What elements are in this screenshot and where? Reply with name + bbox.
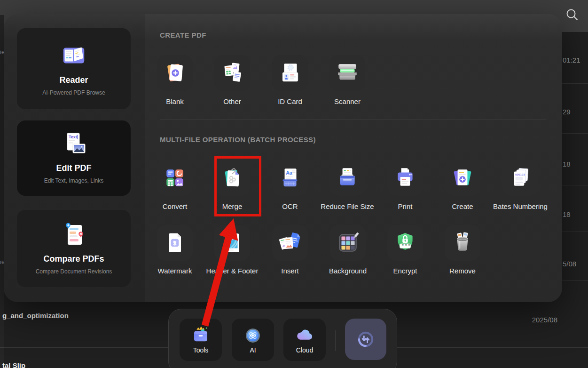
tool-label: Remove — [449, 267, 476, 275]
tools-icon — [191, 326, 211, 345]
file-list-item[interactable]: tal Slip — [2, 361, 25, 368]
file-time: 5/08 — [563, 260, 576, 268]
file-time: 01:21 — [563, 56, 580, 64]
convert-icon — [163, 166, 187, 190]
insert-icon — [278, 231, 302, 255]
print-icon — [393, 166, 417, 190]
card-title: Reader — [59, 75, 88, 85]
section-header-multi-file: MULTI-FILE OPERATION (BATCH PROCESS) — [160, 136, 316, 144]
tool-scanner[interactable] — [329, 55, 365, 91]
tool-label: Watermark — [158, 267, 192, 275]
other-pdf-icon — [220, 61, 244, 85]
tool-label: Blank — [166, 97, 184, 105]
sync-arrows-icon — [354, 328, 377, 351]
search-icon — [564, 7, 580, 22]
svg-text:* * *: * * * — [402, 243, 411, 248]
id-card-icon — [278, 61, 302, 85]
card-subtitle: AI-Powered PDF Browse — [42, 89, 105, 96]
card-subtitle: Compare Document Revisions — [36, 268, 112, 275]
ai-icon — [243, 326, 263, 345]
tool-label: Convert — [163, 202, 188, 210]
bates-numbering-icon: 000123 — [509, 166, 532, 190]
tool-label: OCR — [282, 202, 298, 210]
tool-id-card[interactable] — [272, 55, 308, 91]
tools-panel: Reader AI-Powered PDF Browse Text Edit P… — [4, 14, 562, 302]
watermark-icon — [163, 231, 187, 255]
tool-label: Header & Footer — [206, 267, 259, 275]
tool-label: Background — [329, 267, 367, 275]
dock-tools-button[interactable]: Tools — [180, 319, 222, 361]
card-compare-pdfs[interactable]: Compare PDFs Compare Document Revisions — [17, 210, 131, 287]
dock-label: Cloud — [296, 346, 314, 354]
tool-label: Encrypt — [393, 267, 417, 275]
dock: Tools AI Cloud — [168, 309, 397, 368]
dock-ai-button[interactable]: AI — [232, 319, 274, 361]
tool-label: Scanner — [334, 97, 361, 105]
tool-label: Bates Numbering — [493, 202, 548, 210]
tool-other[interactable] — [214, 55, 250, 91]
reduce-file-size-icon — [336, 166, 359, 190]
reader-book-icon — [60, 41, 88, 69]
file-date: 2025/08 — [508, 316, 557, 324]
header-footer-icon — [220, 231, 244, 255]
create-pdf-icon — [451, 166, 474, 190]
tool-blank[interactable] — [157, 55, 193, 91]
card-edit-pdf[interactable]: Text Edit PDF Edit Text, Images, Links — [17, 120, 131, 196]
card-subtitle: Edit Text, Images, Links — [44, 177, 104, 184]
tool-reduce-file-size[interactable] — [329, 160, 365, 196]
tool-background[interactable] — [330, 225, 366, 261]
svg-text:Aa: Aa — [286, 170, 292, 176]
tool-label: ID Card — [278, 97, 302, 105]
tool-label: Create — [452, 202, 473, 210]
svg-text:Text: Text — [69, 135, 77, 139]
tool-bates-numbering[interactable]: 000123 — [502, 160, 538, 196]
sidebar-divider — [145, 24, 145, 293]
search-button[interactable] — [564, 7, 580, 22]
file-time: 18 — [563, 210, 571, 218]
svg-text:000123: 000123 — [515, 173, 525, 176]
dock-label: AI — [250, 346, 256, 354]
card-title: Compare PDFs — [43, 254, 104, 264]
merge-highlight-box — [214, 156, 261, 216]
ocr-icon: Aa — [278, 166, 302, 190]
file-list-item[interactable]: g_and_optimization — [2, 312, 69, 320]
tool-print[interactable] — [387, 160, 423, 196]
dock-divider — [336, 330, 336, 351]
tool-watermark[interactable] — [157, 225, 193, 261]
tool-convert[interactable] — [157, 160, 193, 196]
background-icon — [336, 231, 360, 255]
tool-ocr[interactable]: Aa — [272, 160, 308, 196]
tool-remove[interactable] — [445, 225, 480, 261]
card-title: Edit PDF — [56, 163, 92, 173]
tool-label: Reduce File Size — [321, 202, 374, 210]
tool-label: Print — [398, 202, 413, 210]
tool-create[interactable] — [445, 160, 480, 196]
tool-label: Insert — [281, 267, 299, 275]
dock-label: Tools — [193, 346, 209, 354]
card-reader[interactable]: Reader AI-Powered PDF Browse — [17, 28, 131, 109]
file-time: 29 — [563, 108, 571, 116]
section-divider — [160, 119, 546, 120]
file-time: 18 — [563, 160, 571, 168]
dock-cloud-button[interactable]: Cloud — [283, 319, 326, 361]
screen: 01:21 29 18 18 5/08 2025/08 ie ie g_and_… — [0, 0, 588, 368]
blank-pdf-icon — [163, 61, 187, 85]
tool-encrypt[interactable]: * * * — [387, 225, 423, 261]
encrypt-icon: * * * — [393, 231, 417, 255]
tool-header-footer[interactable] — [214, 225, 250, 261]
tool-insert[interactable] — [272, 225, 308, 261]
scanner-icon — [336, 61, 359, 85]
remove-icon — [451, 231, 474, 255]
cloud-icon — [295, 326, 314, 345]
compare-pdfs-icon — [60, 222, 88, 248]
tool-label: Other — [223, 97, 241, 105]
edit-pdf-icon: Text — [60, 132, 88, 157]
dock-converter-button[interactable] — [345, 319, 386, 360]
section-header-create-pdf: CREATE PDF — [160, 31, 206, 39]
